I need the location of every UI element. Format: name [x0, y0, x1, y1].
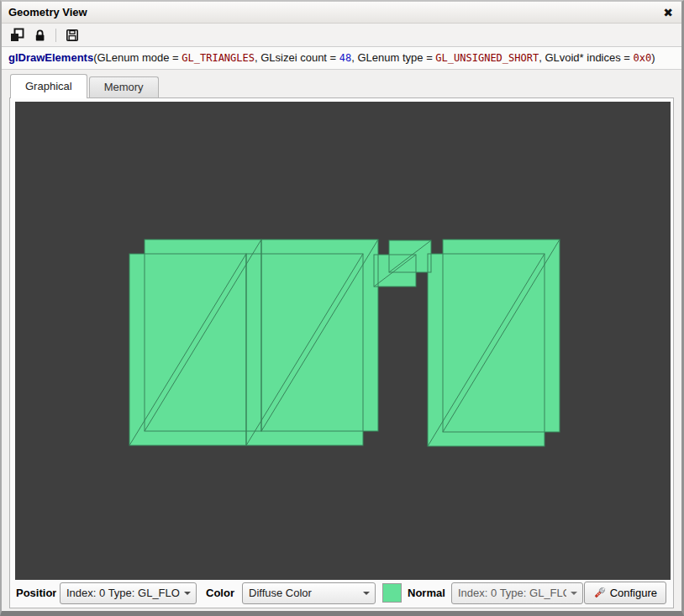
api-segment: , GLvoid* indices =	[539, 51, 633, 64]
toolbar-separator	[55, 29, 56, 42]
window-title: Geometry View	[8, 6, 87, 18]
api-segment: )	[651, 51, 655, 64]
configure-button-label: Configure	[610, 587, 657, 599]
api-segment: 48	[339, 52, 351, 64]
color-stream-select[interactable]: Diffuse Color	[242, 582, 376, 604]
title-bar: Geometry View ✖	[2, 2, 681, 24]
api-segment: (GLenum mode =	[93, 51, 182, 64]
save-icon[interactable]	[65, 28, 80, 43]
tab-memory[interactable]: Memory	[89, 76, 159, 97]
api-call-line: glDrawElements(GLenum mode = GL_TRIANGLE…	[2, 47, 681, 70]
geometry-view-window: Geometry View ✖ glDrawElements(GLenum mo…	[0, 0, 684, 616]
graphical-tab-pane: Position Index: 0 Type: GL_FLOAT Color D…	[9, 97, 674, 608]
lock-icon[interactable]	[32, 28, 47, 43]
color-label: Color	[206, 587, 238, 599]
normal-stream-select[interactable]: Index: 0 Type: GL_FLOAT	[451, 582, 583, 604]
api-segment: , GLenum type =	[351, 51, 435, 64]
api-segment: GL_UNSIGNED_SHORT	[435, 52, 539, 64]
api-segment: GL_TRIANGLES	[182, 52, 255, 64]
tab-graphical[interactable]: Graphical	[10, 74, 87, 98]
api-segment: glDrawElements	[8, 51, 93, 64]
position-stream-select[interactable]: Index: 0 Type: GL_FLOAT	[60, 582, 197, 604]
normal-label: Normal	[408, 587, 447, 599]
chevron-down-icon	[363, 592, 370, 598]
chevron-down-icon	[571, 592, 577, 598]
float-window-icon[interactable]	[9, 28, 24, 43]
api-segment: 0x0	[634, 52, 652, 64]
close-icon[interactable]: ✖	[663, 7, 673, 18]
chevron-down-icon	[184, 592, 191, 598]
toolbar	[2, 24, 681, 47]
color-swatch	[382, 583, 402, 603]
viewport-canvas[interactable]	[15, 102, 671, 580]
api-segment: , GLsizei count =	[255, 51, 339, 64]
wrench-icon	[593, 587, 606, 599]
stream-controls-bar: Position Index: 0 Type: GL_FLOAT Color D…	[10, 580, 673, 608]
geometry-wireframe	[15, 102, 671, 580]
tab-bar: Graphical Memory	[2, 70, 681, 97]
configure-button[interactable]: Configure	[584, 582, 666, 604]
position-label: Position	[16, 587, 56, 599]
